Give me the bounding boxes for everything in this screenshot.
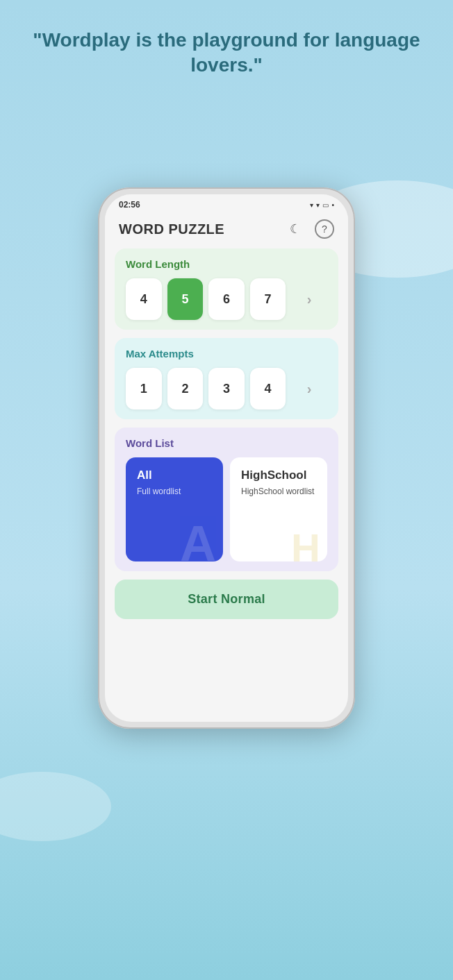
word-length-4-button[interactable]: 4 <box>126 278 162 320</box>
scroll-content: Word Length 4 5 6 7 › Max Attempts 1 2 3… <box>105 248 348 722</box>
word-length-7-button[interactable]: 7 <box>250 278 286 320</box>
all-card-watermark: A <box>180 518 216 561</box>
battery-icon: ▭ <box>322 201 329 209</box>
max-attempts-2-button[interactable]: 2 <box>167 368 204 409</box>
max-attempts-title: Max Attempts <box>126 348 327 360</box>
highschool-card-watermark: H <box>291 528 320 561</box>
word-list-cards: All Full wordlist A HighSchool HighSchoo… <box>126 457 327 561</box>
moon-icon: ☾ <box>290 221 301 237</box>
max-attempts-more-button[interactable]: › <box>291 368 327 409</box>
word-length-title: Word Length <box>126 258 327 270</box>
word-list-all-card[interactable]: All Full wordlist A <box>126 457 223 561</box>
word-length-options: 4 5 6 7 › <box>126 278 327 320</box>
all-card-title: All <box>137 468 212 482</box>
status-bar: 02:56 ▾ ▾ ▭ • <box>105 194 348 212</box>
question-icon: ? <box>322 223 327 235</box>
dot-icon: • <box>331 201 334 209</box>
header-icons: ☾ ? <box>284 218 334 240</box>
word-list-section: Word List All Full wordlist A HighSchool… <box>115 428 338 571</box>
max-attempts-1-button[interactable]: 1 <box>126 368 162 409</box>
word-list-title: Word List <box>126 437 327 449</box>
word-length-6-button[interactable]: 6 <box>208 278 245 320</box>
highschool-card-title: HighSchool <box>241 468 316 482</box>
tagline-heading: "Wordplay is the playground for language… <box>0 0 453 92</box>
phone-frame: 02:56 ▾ ▾ ▭ • WORD PUZZLE ☾ ? <box>98 187 355 729</box>
highschool-card-subtitle: HighSchool wordlist <box>241 487 316 496</box>
start-normal-button[interactable]: Start Normal <box>115 580 338 619</box>
word-length-section: Word Length 4 5 6 7 › <box>115 248 338 330</box>
app-title: WORD PUZZLE <box>119 221 224 237</box>
status-icons: ▾ ▾ ▭ • <box>310 201 334 209</box>
max-attempts-options: 1 2 3 4 › <box>126 368 327 409</box>
status-time: 02:56 <box>119 200 140 210</box>
wifi-icon: ▾ <box>310 201 313 209</box>
phone-screen: 02:56 ▾ ▾ ▭ • WORD PUZZLE ☾ ? <box>105 194 348 722</box>
max-attempts-4-button[interactable]: 4 <box>250 368 286 409</box>
word-length-more-button[interactable]: › <box>291 278 327 320</box>
signal-icon: ▾ <box>316 201 320 209</box>
all-card-subtitle: Full wordlist <box>137 487 212 496</box>
help-button[interactable]: ? <box>315 219 334 239</box>
word-length-5-button[interactable]: 5 <box>167 278 204 320</box>
max-attempts-section: Max Attempts 1 2 3 4 › <box>115 338 338 419</box>
app-header: WORD PUZZLE ☾ ? <box>105 212 348 248</box>
word-list-highschool-card[interactable]: HighSchool HighSchool wordlist H <box>230 457 327 561</box>
max-attempts-3-button[interactable]: 3 <box>208 368 245 409</box>
dark-mode-button[interactable]: ☾ <box>284 218 306 240</box>
